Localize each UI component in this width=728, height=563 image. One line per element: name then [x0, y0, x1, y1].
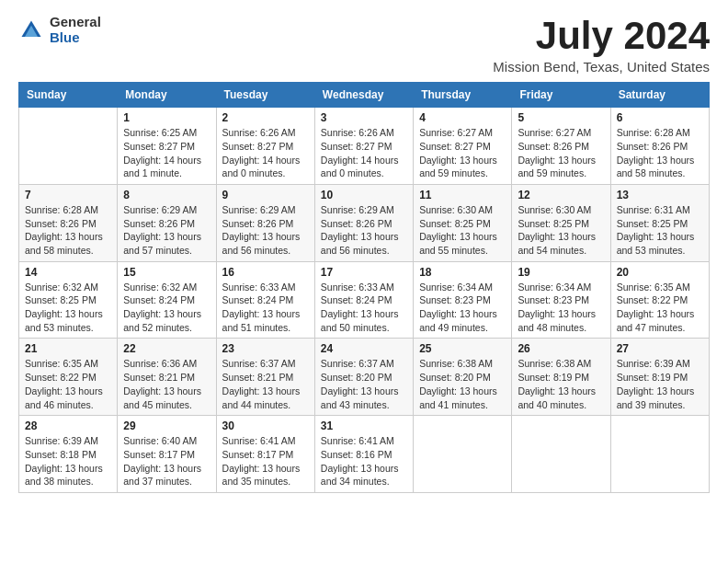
- day-number: 26: [518, 342, 604, 355]
- day-info: Sunrise: 6:30 AM Sunset: 8:25 PM Dayligh…: [518, 203, 604, 258]
- month-title: July 2024: [493, 15, 710, 57]
- day-number: 2: [222, 111, 309, 124]
- day-number: 19: [518, 266, 604, 279]
- day-number: 14: [25, 266, 111, 279]
- column-header-tuesday: Tuesday: [216, 83, 314, 108]
- day-info: Sunrise: 6:38 AM Sunset: 8:19 PM Dayligh…: [518, 357, 604, 411]
- title-area: July 2024 Mission Bend, Texas, United St…: [493, 15, 710, 75]
- calendar-cell: 8Sunrise: 6:29 AM Sunset: 8:26 PM Daylig…: [118, 184, 216, 261]
- day-number: 7: [25, 189, 111, 201]
- column-header-wednesday: Wednesday: [314, 83, 413, 108]
- day-number: 25: [419, 342, 506, 355]
- day-number: 3: [321, 111, 407, 124]
- calendar-week-row: 14Sunrise: 6:32 AM Sunset: 8:25 PM Dayli…: [19, 261, 710, 339]
- day-info: Sunrise: 6:33 AM Sunset: 8:24 PM Dayligh…: [222, 281, 309, 335]
- day-info: Sunrise: 6:34 AM Sunset: 8:23 PM Dayligh…: [518, 281, 604, 335]
- calendar-cell: [512, 416, 610, 493]
- day-number: 27: [617, 342, 703, 355]
- day-info: Sunrise: 6:35 AM Sunset: 8:22 PM Dayligh…: [617, 281, 703, 335]
- day-info: Sunrise: 6:29 AM Sunset: 8:26 PM Dayligh…: [123, 203, 210, 258]
- day-info: Sunrise: 6:38 AM Sunset: 8:20 PM Dayligh…: [419, 357, 506, 411]
- day-number: 22: [123, 342, 210, 355]
- calendar-cell: 28Sunrise: 6:39 AM Sunset: 8:18 PM Dayli…: [19, 416, 118, 493]
- day-info: Sunrise: 6:34 AM Sunset: 8:23 PM Dayligh…: [419, 281, 506, 335]
- day-info: Sunrise: 6:30 AM Sunset: 8:25 PM Dayligh…: [419, 203, 506, 258]
- day-number: 8: [123, 189, 210, 201]
- calendar-header-row: SundayMondayTuesdayWednesdayThursdayFrid…: [19, 83, 710, 108]
- column-header-monday: Monday: [118, 83, 216, 108]
- calendar-cell: 31Sunrise: 6:41 AM Sunset: 8:16 PM Dayli…: [314, 416, 413, 493]
- logo: General Blue: [18, 15, 101, 45]
- calendar-cell: 17Sunrise: 6:33 AM Sunset: 8:24 PM Dayli…: [314, 261, 413, 339]
- calendar-cell: 16Sunrise: 6:33 AM Sunset: 8:24 PM Dayli…: [216, 261, 314, 339]
- calendar-cell: 20Sunrise: 6:35 AM Sunset: 8:22 PM Dayli…: [610, 261, 709, 339]
- day-number: 1: [123, 111, 210, 124]
- day-number: 9: [222, 189, 309, 201]
- day-info: Sunrise: 6:26 AM Sunset: 8:27 PM Dayligh…: [222, 126, 309, 180]
- day-number: 23: [222, 342, 309, 355]
- day-info: Sunrise: 6:39 AM Sunset: 8:18 PM Dayligh…: [25, 434, 111, 488]
- calendar-cell: 21Sunrise: 6:35 AM Sunset: 8:22 PM Dayli…: [19, 339, 118, 416]
- column-header-thursday: Thursday: [414, 83, 512, 108]
- calendar-cell: 4Sunrise: 6:27 AM Sunset: 8:27 PM Daylig…: [414, 108, 512, 185]
- day-info: Sunrise: 6:36 AM Sunset: 8:21 PM Dayligh…: [123, 357, 210, 411]
- calendar-cell: 14Sunrise: 6:32 AM Sunset: 8:25 PM Dayli…: [19, 261, 118, 339]
- day-number: 10: [321, 189, 407, 201]
- day-info: Sunrise: 6:25 AM Sunset: 8:27 PM Dayligh…: [123, 126, 210, 180]
- calendar-week-row: 28Sunrise: 6:39 AM Sunset: 8:18 PM Dayli…: [19, 416, 710, 493]
- day-number: 17: [321, 266, 407, 279]
- logo-text: General Blue: [50, 15, 101, 45]
- day-info: Sunrise: 6:31 AM Sunset: 8:25 PM Dayligh…: [617, 203, 703, 258]
- day-info: Sunrise: 6:33 AM Sunset: 8:24 PM Dayligh…: [321, 281, 407, 335]
- calendar-cell: 9Sunrise: 6:29 AM Sunset: 8:26 PM Daylig…: [216, 184, 314, 261]
- calendar-cell: 13Sunrise: 6:31 AM Sunset: 8:25 PM Dayli…: [610, 184, 709, 261]
- day-number: 21: [25, 342, 111, 355]
- day-info: Sunrise: 6:29 AM Sunset: 8:26 PM Dayligh…: [222, 203, 309, 258]
- day-number: 28: [25, 419, 111, 432]
- calendar-cell: 25Sunrise: 6:38 AM Sunset: 8:20 PM Dayli…: [414, 339, 512, 416]
- day-number: 29: [123, 419, 210, 432]
- day-info: Sunrise: 6:41 AM Sunset: 8:16 PM Dayligh…: [321, 434, 407, 488]
- calendar-cell: 15Sunrise: 6:32 AM Sunset: 8:24 PM Dayli…: [118, 261, 216, 339]
- calendar-cell: 3Sunrise: 6:26 AM Sunset: 8:27 PM Daylig…: [314, 108, 413, 185]
- calendar-cell: 22Sunrise: 6:36 AM Sunset: 8:21 PM Dayli…: [118, 339, 216, 416]
- day-number: 18: [419, 266, 506, 279]
- column-header-saturday: Saturday: [610, 83, 709, 108]
- day-info: Sunrise: 6:39 AM Sunset: 8:19 PM Dayligh…: [617, 357, 703, 411]
- calendar-cell: [414, 416, 512, 493]
- day-number: 20: [617, 266, 703, 279]
- logo-icon: [18, 17, 44, 43]
- day-number: 16: [222, 266, 309, 279]
- calendar-cell: 29Sunrise: 6:40 AM Sunset: 8:17 PM Dayli…: [118, 416, 216, 493]
- calendar-cell: 23Sunrise: 6:37 AM Sunset: 8:21 PM Dayli…: [216, 339, 314, 416]
- day-info: Sunrise: 6:40 AM Sunset: 8:17 PM Dayligh…: [123, 434, 210, 488]
- calendar-week-row: 1Sunrise: 6:25 AM Sunset: 8:27 PM Daylig…: [19, 108, 710, 185]
- calendar-week-row: 7Sunrise: 6:28 AM Sunset: 8:26 PM Daylig…: [19, 184, 710, 261]
- day-number: 4: [419, 111, 506, 124]
- day-info: Sunrise: 6:27 AM Sunset: 8:26 PM Dayligh…: [518, 126, 604, 180]
- calendar-cell: 12Sunrise: 6:30 AM Sunset: 8:25 PM Dayli…: [512, 184, 610, 261]
- calendar-cell: [19, 108, 118, 185]
- day-number: 24: [321, 342, 407, 355]
- column-header-friday: Friday: [512, 83, 610, 108]
- logo-general: General: [50, 15, 101, 30]
- day-info: Sunrise: 6:37 AM Sunset: 8:21 PM Dayligh…: [222, 357, 309, 411]
- day-number: 12: [518, 189, 604, 201]
- calendar-cell: 24Sunrise: 6:37 AM Sunset: 8:20 PM Dayli…: [314, 339, 413, 416]
- day-info: Sunrise: 6:37 AM Sunset: 8:20 PM Dayligh…: [321, 357, 407, 411]
- calendar-cell: 27Sunrise: 6:39 AM Sunset: 8:19 PM Dayli…: [610, 339, 709, 416]
- calendar-cell: 6Sunrise: 6:28 AM Sunset: 8:26 PM Daylig…: [610, 108, 709, 185]
- day-number: 13: [617, 189, 703, 201]
- day-info: Sunrise: 6:26 AM Sunset: 8:27 PM Dayligh…: [321, 126, 407, 180]
- day-info: Sunrise: 6:28 AM Sunset: 8:26 PM Dayligh…: [25, 203, 111, 258]
- calendar-week-row: 21Sunrise: 6:35 AM Sunset: 8:22 PM Dayli…: [19, 339, 710, 416]
- day-number: 5: [518, 111, 604, 124]
- calendar-cell: 1Sunrise: 6:25 AM Sunset: 8:27 PM Daylig…: [118, 108, 216, 185]
- day-info: Sunrise: 6:41 AM Sunset: 8:17 PM Dayligh…: [222, 434, 309, 488]
- day-number: 30: [222, 419, 309, 432]
- calendar-cell: 30Sunrise: 6:41 AM Sunset: 8:17 PM Dayli…: [216, 416, 314, 493]
- day-number: 11: [419, 189, 506, 201]
- day-info: Sunrise: 6:29 AM Sunset: 8:26 PM Dayligh…: [321, 203, 407, 258]
- day-info: Sunrise: 6:32 AM Sunset: 8:25 PM Dayligh…: [25, 281, 111, 335]
- location: Mission Bend, Texas, United States: [493, 59, 710, 75]
